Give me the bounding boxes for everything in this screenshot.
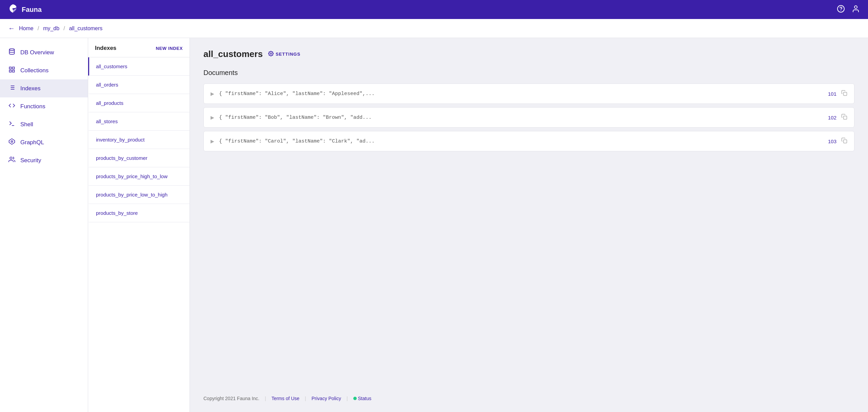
doc-preview: { "firstName": "Bob", "lastName": "Brown… [219, 115, 823, 120]
svg-rect-4 [9, 67, 12, 69]
svg-point-17 [10, 157, 12, 160]
breadcrumb-home[interactable]: Home [19, 25, 34, 32]
help-icon[interactable] [837, 5, 845, 15]
content-title: all_customers [203, 49, 263, 59]
content-panel: all_customers SETTINGS Documents ▶ { "fi… [190, 38, 868, 412]
index-item-products-by-price-high[interactable]: products_by_price_high_to_low [88, 167, 190, 186]
table-row[interactable]: ▶ { "firstName": "Alice", "lastName": "A… [203, 83, 854, 104]
footer-copyright: Copyright 2021 Fauna Inc. [203, 396, 259, 401]
privacy-policy-link[interactable]: Privacy Policy [312, 396, 341, 401]
chevron-right-icon: ▶ [211, 138, 214, 144]
index-header: Indexes NEW INDEX [88, 38, 190, 57]
database-icon [8, 48, 16, 57]
svg-rect-21 [844, 140, 847, 143]
status-indicator-dot [353, 397, 357, 400]
sidebar-item-collections[interactable]: Collections [0, 61, 88, 79]
breadcrumb-current: all_customers [69, 25, 103, 32]
topnav-right [837, 5, 860, 15]
breadcrumb-bar: ← Home / my_db / all_customers [0, 19, 868, 38]
sidebar-label-db-overview: DB Overview [20, 49, 54, 56]
content-header: all_customers SETTINGS [203, 49, 854, 59]
table-row[interactable]: ▶ { "firstName": "Bob", "lastName": "Bro… [203, 107, 854, 128]
settings-label: SETTINGS [276, 52, 300, 57]
terminal-icon [8, 120, 16, 129]
svg-rect-5 [13, 67, 15, 69]
main-layout: DB Overview Collections [0, 38, 868, 412]
sidebar-label-security: Security [20, 157, 41, 164]
index-list: all_customers all_orders all_products al… [88, 57, 190, 412]
index-item-inventory-by-product[interactable]: inventory_by_product [88, 131, 190, 149]
svg-rect-6 [9, 70, 12, 72]
svg-rect-7 [13, 70, 15, 72]
settings-button[interactable]: SETTINGS [268, 51, 300, 57]
code-icon [8, 102, 16, 111]
new-index-button[interactable]: NEW INDEX [156, 46, 183, 51]
sidebar-item-security[interactable]: Security [0, 151, 88, 169]
index-item-all-stores[interactable]: all_stores [88, 112, 190, 131]
sidebar-label-shell: Shell [20, 121, 33, 128]
sidebar-item-graphql[interactable]: GraphQL [0, 133, 88, 151]
back-button[interactable]: ← [8, 24, 15, 32]
chevron-right-icon: ▶ [211, 91, 214, 96]
svg-point-2 [854, 6, 857, 8]
index-item-all-products[interactable]: all_products [88, 94, 190, 112]
topnav-left: Fauna [8, 4, 42, 15]
sidebar-item-shell[interactable]: Shell [0, 115, 88, 133]
footer: Copyright 2021 Fauna Inc. | Terms of Use… [203, 382, 854, 401]
svg-rect-19 [844, 92, 847, 96]
index-item-all-orders[interactable]: all_orders [88, 76, 190, 94]
terms-of-use-link[interactable]: Terms of Use [272, 396, 299, 401]
index-item-products-by-price-low[interactable]: products_by_price_low_to_high [88, 186, 190, 204]
sidebar-label-functions: Functions [20, 103, 45, 110]
index-item-products-by-store[interactable]: products_by_store [88, 204, 190, 222]
breadcrumb-sep1: / [38, 25, 39, 32]
svg-point-16 [11, 141, 13, 143]
sidebar-item-functions[interactable]: Functions [0, 97, 88, 115]
svg-rect-20 [844, 116, 847, 119]
copy-icon[interactable] [841, 114, 847, 121]
breadcrumb-sep2: / [63, 25, 65, 32]
documents-section-title: Documents [203, 69, 854, 77]
copy-icon[interactable] [841, 137, 847, 145]
topnav: Fauna [0, 0, 868, 19]
gear-icon [268, 51, 274, 57]
svg-point-18 [270, 53, 272, 54]
doc-preview: { "firstName": "Alice", "lastName": "App… [219, 91, 823, 97]
user-icon[interactable] [852, 5, 860, 15]
security-icon [8, 156, 16, 165]
table-row[interactable]: ▶ { "firstName": "Carol", "lastName": "C… [203, 131, 854, 151]
indexes-title: Indexes [95, 45, 116, 52]
footer-sep3: | [347, 396, 348, 401]
fauna-logo-icon [8, 4, 18, 15]
index-item-all-customers[interactable]: all_customers [88, 57, 190, 76]
sidebar-item-indexes[interactable]: Indexes [0, 79, 88, 97]
doc-id[interactable]: 101 [828, 91, 836, 97]
doc-preview: { "firstName": "Carol", "lastName": "Cla… [219, 138, 823, 144]
list-icon [8, 84, 16, 93]
sidebar-label-indexes: Indexes [20, 85, 41, 92]
sidebar: DB Overview Collections [0, 38, 88, 412]
topnav-brand: Fauna [22, 6, 42, 14]
sidebar-label-collections: Collections [20, 67, 48, 74]
grid-icon [8, 66, 16, 75]
chevron-right-icon: ▶ [211, 115, 214, 120]
doc-id[interactable]: 102 [828, 115, 836, 120]
doc-id[interactable]: 103 [828, 138, 836, 144]
sidebar-item-db-overview[interactable]: DB Overview [0, 43, 88, 61]
footer-sep2: | [305, 396, 306, 401]
svg-point-3 [9, 49, 15, 51]
sidebar-label-graphql: GraphQL [20, 139, 44, 146]
footer-sep1: | [265, 396, 266, 401]
svg-marker-15 [9, 139, 15, 145]
breadcrumb-db[interactable]: my_db [43, 25, 59, 32]
status-label: Status [358, 396, 372, 401]
graphql-icon [8, 138, 16, 147]
index-panel: Indexes NEW INDEX all_customers all_orde… [88, 38, 190, 412]
copy-icon[interactable] [841, 90, 847, 97]
index-item-products-by-customer[interactable]: products_by_customer [88, 149, 190, 167]
status-link[interactable]: Status [353, 396, 372, 401]
